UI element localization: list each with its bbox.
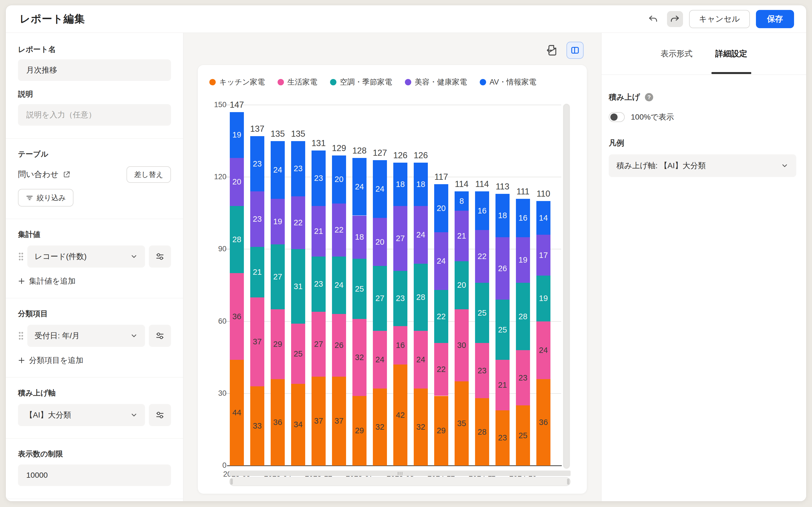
bar-segment[interactable]: 23 bbox=[291, 141, 305, 196]
bar-segment[interactable]: 19 bbox=[230, 112, 244, 158]
bar-segment[interactable]: 28 bbox=[230, 206, 244, 273]
bar-segment[interactable]: 27 bbox=[373, 266, 387, 331]
add-category-link[interactable]: 分類項目を追加 bbox=[18, 355, 171, 365]
bar-segment[interactable]: 22 bbox=[434, 343, 448, 396]
chart-horizontal-scrollbar[interactable] bbox=[229, 470, 571, 476]
percent-toggle[interactable] bbox=[609, 112, 625, 122]
bar-segment[interactable]: 25 bbox=[475, 283, 489, 343]
table-name-link[interactable]: 問い合わせ bbox=[18, 169, 71, 180]
bar-segment[interactable]: 27 bbox=[271, 244, 285, 309]
bar-segment[interactable]: 22 bbox=[291, 196, 305, 249]
bar-segment[interactable]: 17 bbox=[536, 235, 550, 276]
bar-segment[interactable]: 19 bbox=[271, 199, 285, 244]
bar-segment[interactable]: 27 bbox=[312, 312, 326, 377]
bar-segment[interactable]: 18 bbox=[393, 163, 408, 206]
bar-segment[interactable]: 14 bbox=[536, 201, 550, 235]
bar-segment[interactable]: 29 bbox=[271, 309, 285, 379]
table-replace-button[interactable]: 差し替え bbox=[126, 166, 171, 183]
bar-segment[interactable]: 19 bbox=[536, 276, 550, 321]
bar-segment[interactable]: 36 bbox=[271, 379, 285, 465]
report-name-input[interactable]: 月次推移 bbox=[18, 59, 171, 81]
bar-segment[interactable]: 25 bbox=[495, 300, 509, 360]
filter-button[interactable]: 絞り込み bbox=[18, 189, 73, 207]
drag-handle-icon[interactable] bbox=[18, 331, 28, 340]
cancel-button[interactable]: キャンセル bbox=[689, 10, 750, 28]
add-aggregate-link[interactable]: 集計値を追加 bbox=[18, 276, 171, 286]
bar-segment[interactable]: 23 bbox=[475, 343, 489, 398]
category-settings-button[interactable] bbox=[149, 325, 171, 347]
bar-segment[interactable]: 42 bbox=[393, 364, 408, 465]
undo-button[interactable] bbox=[645, 11, 661, 27]
bar-segment[interactable]: 16 bbox=[475, 191, 489, 230]
chart-range-slider[interactable] bbox=[229, 477, 571, 486]
bar-segment[interactable]: 24 bbox=[271, 141, 285, 199]
bar-segment[interactable]: 20 bbox=[434, 184, 448, 232]
bar-segment[interactable]: 23 bbox=[250, 191, 264, 246]
stack-axis-settings-button[interactable] bbox=[149, 404, 171, 426]
bar-segment[interactable]: 32 bbox=[414, 389, 428, 465]
display-limit-input[interactable]: 10000 bbox=[18, 464, 171, 486]
bar-segment[interactable]: 29 bbox=[353, 396, 367, 465]
bar-segment[interactable]: 20 bbox=[454, 261, 469, 309]
bar-segment[interactable]: 22 bbox=[475, 230, 489, 283]
bar-segment[interactable]: 29 bbox=[434, 396, 448, 465]
bar-segment[interactable]: 35 bbox=[454, 381, 469, 465]
bar-segment[interactable]: 25 bbox=[516, 405, 530, 465]
bar-segment[interactable]: 36 bbox=[230, 273, 244, 359]
bar-segment[interactable]: 18 bbox=[414, 163, 428, 206]
bar-segment[interactable]: 27 bbox=[393, 206, 408, 271]
bar-segment[interactable]: 18 bbox=[353, 216, 367, 259]
bar-segment[interactable]: 28 bbox=[475, 398, 489, 465]
bar-segment[interactable]: 44 bbox=[230, 360, 244, 465]
bar-segment[interactable]: 30 bbox=[454, 309, 469, 381]
bar-segment[interactable]: 33 bbox=[250, 386, 264, 465]
bar-segment[interactable]: 24 bbox=[373, 160, 387, 218]
range-slider-right-handle[interactable] bbox=[567, 478, 570, 485]
bar-segment[interactable]: 22 bbox=[434, 290, 448, 343]
bar-segment[interactable]: 20 bbox=[332, 156, 346, 204]
bar-segment[interactable]: 28 bbox=[414, 264, 428, 331]
export-chart-button[interactable] bbox=[544, 43, 560, 58]
aggregate-settings-button[interactable] bbox=[149, 245, 171, 268]
bar-segment[interactable]: 23 bbox=[250, 136, 264, 191]
tab-display-format[interactable]: 表示形式 bbox=[660, 47, 693, 61]
description-input[interactable]: 説明を入力（任意） bbox=[18, 104, 171, 126]
bar-segment[interactable]: 25 bbox=[291, 324, 305, 384]
bar-segment[interactable]: 16 bbox=[516, 199, 530, 237]
bar-segment[interactable]: 37 bbox=[250, 297, 264, 386]
bar-segment[interactable]: 37 bbox=[332, 377, 346, 465]
bar-segment[interactable]: 32 bbox=[373, 389, 387, 465]
aggregate-select[interactable]: レコード(件数) bbox=[28, 245, 145, 268]
bar-segment[interactable]: 37 bbox=[312, 377, 326, 465]
bar-segment[interactable]: 34 bbox=[291, 384, 305, 465]
bar-segment[interactable]: 16 bbox=[393, 326, 408, 364]
range-slider-left-handle[interactable] bbox=[230, 478, 233, 485]
help-icon[interactable]: ? bbox=[644, 93, 654, 102]
bar-segment[interactable]: 21 bbox=[250, 247, 264, 297]
bar-segment[interactable]: 24 bbox=[332, 257, 346, 314]
vertical-scrollbar-thumb[interactable] bbox=[563, 104, 570, 468]
drag-handle-icon[interactable] bbox=[18, 252, 28, 261]
chart-vertical-scrollbar[interactable] bbox=[563, 104, 570, 469]
bar-segment[interactable]: 23 bbox=[495, 410, 509, 465]
bar-segment[interactable]: 26 bbox=[495, 237, 509, 300]
bar-segment[interactable]: 31 bbox=[291, 249, 305, 324]
bar-segment[interactable]: 18 bbox=[495, 194, 509, 237]
bar-segment[interactable]: 26 bbox=[332, 314, 346, 376]
bar-segment[interactable]: 19 bbox=[516, 237, 530, 283]
bar-segment[interactable]: 24 bbox=[536, 322, 550, 379]
bar-segment[interactable]: 21 bbox=[495, 360, 509, 410]
bar-segment[interactable]: 24 bbox=[414, 206, 428, 264]
bar-segment[interactable]: 20 bbox=[373, 218, 387, 266]
bar-segment[interactable]: 24 bbox=[414, 331, 428, 389]
bar-segment[interactable]: 21 bbox=[312, 206, 326, 257]
bar-segment[interactable]: 23 bbox=[393, 271, 408, 326]
bar-segment[interactable]: 24 bbox=[373, 331, 387, 389]
save-button[interactable]: 保存 bbox=[756, 10, 794, 28]
redo-button[interactable] bbox=[667, 11, 683, 27]
category-select[interactable]: 受付日: 年/月 bbox=[28, 325, 145, 347]
stack-axis-select[interactable]: 【AI】大分類 bbox=[18, 404, 145, 426]
bar-segment[interactable]: 36 bbox=[536, 379, 550, 465]
bar-segment[interactable]: 23 bbox=[312, 151, 326, 206]
toggle-side-panel-button[interactable] bbox=[566, 42, 584, 59]
